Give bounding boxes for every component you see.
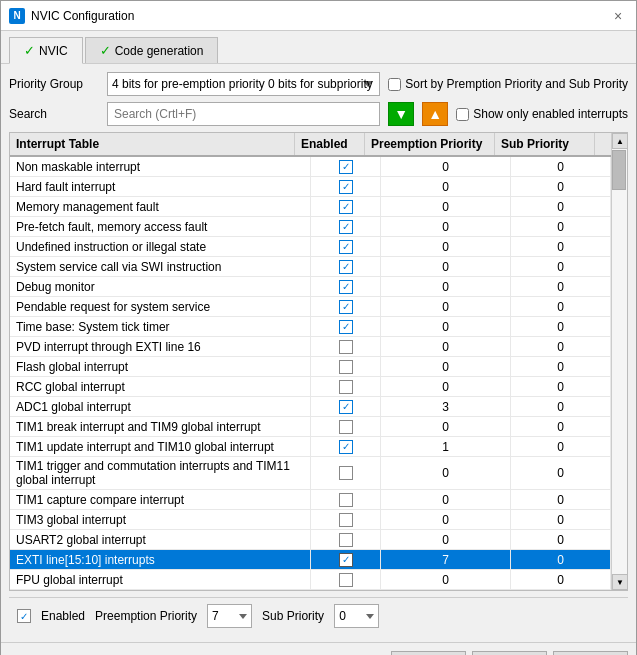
enabled-checkbox[interactable] (339, 400, 353, 414)
enabled-checkbox[interactable] (339, 513, 353, 527)
row-enabled[interactable] (311, 510, 381, 529)
table-row[interactable]: Non maskable interrupt 0 0 (10, 157, 611, 177)
table-row[interactable]: System service call via SWI instruction … (10, 257, 611, 277)
table-row[interactable]: Pendable request for system service 0 0 (10, 297, 611, 317)
row-preemption: 0 (381, 530, 511, 549)
sort-checkbox-label[interactable]: Sort by Premption Priority and Sub Prori… (388, 77, 628, 91)
enabled-checkbox[interactable] (339, 493, 353, 507)
tab-codegen-label: Code generation (115, 44, 204, 58)
enabled-checkbox[interactable] (339, 466, 353, 480)
row-enabled[interactable] (311, 257, 381, 276)
row-sub: 0 (511, 217, 611, 236)
row-enabled[interactable] (311, 177, 381, 196)
enabled-checkbox[interactable] (339, 360, 353, 374)
scrollbar-thumb[interactable] (612, 150, 626, 190)
row-preemption: 0 (381, 357, 511, 376)
search-next-button[interactable]: ▼ (388, 102, 414, 126)
table-row[interactable]: PVD interrupt through EXTI line 16 0 0 (10, 337, 611, 357)
scrollbar[interactable]: ▲ ▼ (611, 133, 627, 590)
row-sub: 0 (511, 297, 611, 316)
table-row[interactable]: Hard fault interrupt 0 0 (10, 177, 611, 197)
row-name: Debug monitor (10, 277, 311, 296)
close-button[interactable]: × (608, 6, 628, 26)
row-enabled[interactable] (311, 397, 381, 416)
table-row[interactable]: Flash global interrupt 0 0 (10, 357, 611, 377)
row-preemption: 0 (381, 237, 511, 256)
table-row[interactable]: Memory management fault 0 0 (10, 197, 611, 217)
table-row[interactable]: Undefined instruction or illegal state 0… (10, 237, 611, 257)
table-row[interactable]: USART2 global interrupt 0 0 (10, 530, 611, 550)
scroll-down-arrow[interactable]: ▼ (612, 574, 627, 590)
search-prev-button[interactable]: ▲ (422, 102, 448, 126)
enabled-checkbox[interactable] (339, 280, 353, 294)
row-enabled[interactable] (311, 457, 381, 489)
row-enabled[interactable] (311, 417, 381, 436)
row-enabled[interactable] (311, 217, 381, 236)
row-preemption: 0 (381, 297, 511, 316)
enabled-checkbox[interactable] (339, 320, 353, 334)
table-row[interactable]: TIM1 capture compare interrupt 0 0 (10, 490, 611, 510)
enabled-checkbox[interactable] (339, 533, 353, 547)
tab-code-generation[interactable]: ✓ Code generation (85, 37, 219, 63)
row-enabled[interactable] (311, 530, 381, 549)
table-row[interactable]: TIM1 break interrupt and TIM9 global int… (10, 417, 611, 437)
enabled-checkbox[interactable] (339, 380, 353, 394)
row-name: TIM1 update interrupt and TIM10 global i… (10, 437, 311, 456)
sort-checkbox[interactable] (388, 78, 401, 91)
enabled-checkbox[interactable] (339, 300, 353, 314)
table-row[interactable]: TIM3 global interrupt 0 0 (10, 510, 611, 530)
table-row[interactable]: EXTI line[15:10] interrupts 7 0 (10, 550, 611, 570)
row-enabled[interactable] (311, 197, 381, 216)
sub-priority-dropdown[interactable]: 0 (334, 604, 379, 628)
preemption-priority-dropdown[interactable]: 0123456789101112131415 (207, 604, 252, 628)
search-input[interactable] (107, 102, 380, 126)
table-row[interactable]: ADC1 global interrupt 3 0 (10, 397, 611, 417)
table-row[interactable]: Pre-fetch fault, memory access fault 0 0 (10, 217, 611, 237)
enabled-checkbox[interactable] (339, 180, 353, 194)
window-icon: N (9, 8, 25, 24)
table-row[interactable]: TIM1 trigger and commutation interrupts … (10, 457, 611, 490)
sort-checkbox-text: Sort by Premption Priority and Sub Prori… (405, 77, 628, 91)
row-enabled[interactable] (311, 237, 381, 256)
enabled-checkbox[interactable] (339, 260, 353, 274)
table-row[interactable]: FPU global interrupt 0 0 (10, 570, 611, 590)
row-enabled[interactable] (311, 297, 381, 316)
apply-button[interactable]: Apply (391, 651, 466, 655)
row-enabled[interactable] (311, 357, 381, 376)
enabled-checkbox[interactable] (339, 200, 353, 214)
enabled-checkbox[interactable] (339, 220, 353, 234)
enabled-checkbox[interactable] (339, 420, 353, 434)
enabled-checkbox[interactable] (339, 160, 353, 174)
tab-nvic[interactable]: ✓ NVIC (9, 37, 83, 64)
show-enabled-checkbox[interactable] (456, 108, 469, 121)
priority-group-dropdown[interactable]: 4 bits for pre-emption priority 0 bits f… (107, 72, 380, 96)
enabled-checkbox[interactable] (339, 340, 353, 354)
row-enabled[interactable] (311, 377, 381, 396)
row-enabled[interactable] (311, 157, 381, 176)
enabled-checkbox[interactable] (339, 240, 353, 254)
enabled-checkbox[interactable] (339, 573, 353, 587)
row-enabled[interactable] (311, 437, 381, 456)
cancel-button[interactable]: Cancel (553, 651, 628, 655)
enabled-checkbox[interactable] (339, 553, 353, 567)
row-name: Time base: System tick timer (10, 317, 311, 336)
table-row[interactable]: Time base: System tick timer 0 0 (10, 317, 611, 337)
row-name: TIM3 global interrupt (10, 510, 311, 529)
row-enabled[interactable] (311, 570, 381, 589)
row-sub: 0 (511, 357, 611, 376)
row-enabled[interactable] (311, 550, 381, 569)
show-enabled-label[interactable]: Show only enabled interrupts (456, 107, 628, 121)
bottom-enabled-checkbox[interactable] (17, 609, 31, 623)
enabled-checkbox[interactable] (339, 440, 353, 454)
row-enabled[interactable] (311, 277, 381, 296)
row-enabled[interactable] (311, 317, 381, 336)
ok-button[interactable]: Ok (472, 651, 547, 655)
table-row[interactable]: Debug monitor 0 0 (10, 277, 611, 297)
search-label: Search (9, 107, 99, 121)
table-row[interactable]: TIM1 update interrupt and TIM10 global i… (10, 437, 611, 457)
row-name: TIM1 trigger and commutation interrupts … (10, 457, 311, 489)
row-enabled[interactable] (311, 490, 381, 509)
row-enabled[interactable] (311, 337, 381, 356)
table-row[interactable]: RCC global interrupt 0 0 (10, 377, 611, 397)
scroll-up-arrow[interactable]: ▲ (612, 133, 627, 149)
